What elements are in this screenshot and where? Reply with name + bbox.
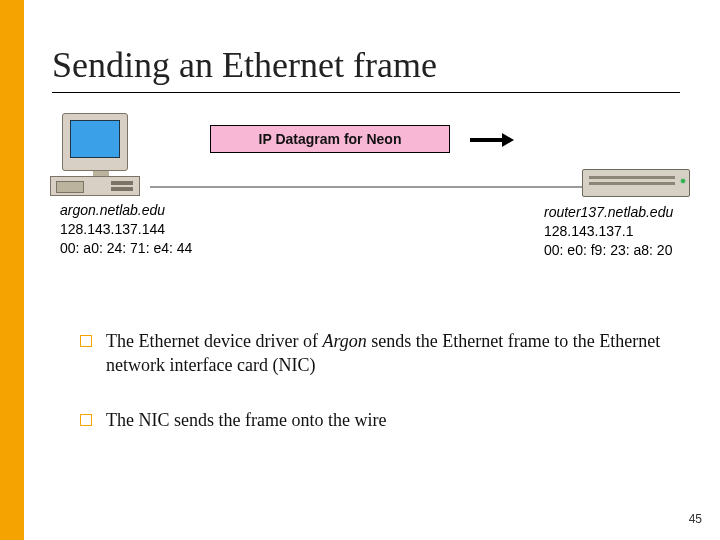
arrow-right-icon <box>470 133 514 147</box>
desktop-unit-icon <box>50 176 140 196</box>
bullet-text-pre: The Ethernet device driver of <box>106 331 322 351</box>
router-labels: router137.netlab.edu 128.143.137.1 00: e… <box>544 203 673 260</box>
bullet-list: The Ethernet device driver of Argon send… <box>52 329 680 432</box>
router-ip: 128.143.137.1 <box>544 222 673 241</box>
ethernet-wire <box>150 186 582 188</box>
accent-bar <box>0 0 24 540</box>
argon-ip: 128.143.137.144 <box>60 220 192 239</box>
network-diagram: argon.netlab.edu 128.143.137.144 00: a0:… <box>52 119 680 289</box>
bullet-item: The NIC sends the frame onto the wire <box>80 408 670 432</box>
monitor-icon <box>62 113 128 171</box>
page-number: 45 <box>689 512 702 526</box>
bullet-text: The NIC sends the frame onto the wire <box>106 410 386 430</box>
bullet-text-italic: Argon <box>322 331 366 351</box>
ip-datagram-box: IP Datagram for Neon <box>210 125 450 153</box>
page-title: Sending an Ethernet frame <box>52 44 680 86</box>
argon-mac: 00: a0: 24: 71: e4: 44 <box>60 239 192 258</box>
screen-icon <box>70 120 120 158</box>
computer-icon <box>62 113 140 196</box>
router-icon <box>582 169 690 197</box>
bullet-item: The Ethernet device driver of Argon send… <box>80 329 670 378</box>
router-hostname: router137.netlab.edu <box>544 203 673 222</box>
slide-content: Sending an Ethernet frame argon.netlab.e… <box>24 0 720 432</box>
title-rule <box>52 92 680 93</box>
argon-labels: argon.netlab.edu 128.143.137.144 00: a0:… <box>60 201 192 258</box>
argon-hostname: argon.netlab.edu <box>60 201 192 220</box>
router-mac: 00: e0: f9: 23: a8: 20 <box>544 241 673 260</box>
